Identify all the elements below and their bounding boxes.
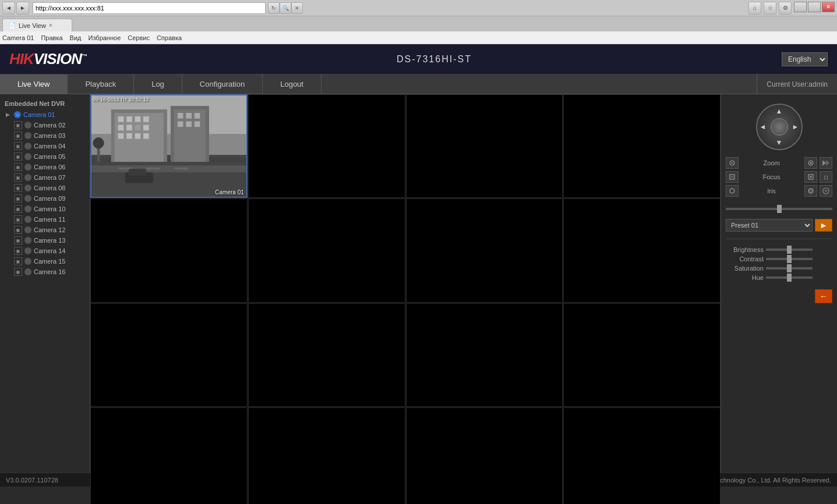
svg-marker-77	[826, 160, 829, 166]
video-cell-11[interactable]	[406, 303, 563, 407]
ptz-right-arrow[interactable]: ►	[792, 123, 799, 131]
sidebar-item-camera02[interactable]: ▣ Camera 02	[0, 120, 90, 130]
menu-favorites[interactable]: Избранное	[89, 34, 121, 41]
sidebar-item-camera14[interactable]: ▣ Camera 14	[0, 246, 90, 256]
cam-icon-08	[24, 184, 31, 191]
nav-configuration[interactable]: Configuration	[182, 74, 263, 94]
svg-rect-14	[135, 133, 141, 139]
tools-button[interactable]: ⚙	[779, 2, 792, 15]
sidebar-item-camera08[interactable]: ▣ Camera 08	[0, 183, 90, 193]
forward-button[interactable]: ►	[16, 2, 29, 15]
rec-icon-15: ▣	[14, 257, 22, 265]
sidebar-item-camera16[interactable]: ▣ Camera 16	[0, 267, 90, 277]
video-cell-04[interactable]	[563, 94, 721, 198]
ptz-up-arrow[interactable]: ▲	[776, 107, 783, 115]
video-cell-09[interactable]	[90, 303, 248, 407]
nav-logout[interactable]: Logout	[263, 74, 322, 94]
ptz-down-arrow[interactable]: ▼	[776, 139, 783, 147]
nav-liveview[interactable]: Live View	[0, 74, 68, 94]
video-cell-14[interactable]	[248, 407, 405, 504]
brightness-slider[interactable]	[766, 249, 813, 251]
ptz-joystick-inner[interactable]	[771, 118, 788, 136]
camera13-label: Camera 13	[34, 237, 65, 244]
video-cell-12[interactable]	[563, 303, 721, 407]
ptz-focus-plus-button[interactable]	[804, 171, 817, 183]
browser-tab[interactable]: 📄 Live View ×	[2, 19, 72, 31]
video-cell-03[interactable]	[406, 94, 563, 198]
language-select[interactable]: English 中文 Deutsch	[782, 52, 828, 66]
ptz-zoom-label: Zoom	[741, 159, 802, 166]
sidebar-item-camera11[interactable]: ▣ Camera 11	[0, 214, 90, 225]
sidebar-item-camera15[interactable]: ▣ Camera 15	[0, 256, 90, 267]
tab-close-icon[interactable]: ×	[49, 22, 52, 29]
sidebar: Embedded Net DVR ▶ ● Camera 01 ▣ Camera …	[0, 94, 90, 473]
camera02-label: Camera 02	[34, 122, 65, 129]
hue-row: Hue	[726, 274, 832, 281]
menu-service[interactable]: Сервис	[128, 34, 150, 41]
svg-rect-21	[178, 121, 183, 127]
window-minimize[interactable]: ─	[794, 2, 807, 12]
nav-log-label: Log	[151, 80, 164, 88]
nav-playback[interactable]: Playback	[68, 74, 134, 94]
browser-tabbar: 📄 Live View ×	[0, 16, 837, 31]
expand-icon-07	[3, 173, 12, 182]
sidebar-item-camera06[interactable]: ▣ Camera 06	[0, 162, 90, 172]
cam-icon-05	[24, 153, 31, 160]
preset-select[interactable]: Preset 01 Preset 02 Preset 03 Preset 04 …	[726, 219, 813, 232]
app-header: HIKVISION™ DS-7316HI-ST English 中文 Deuts…	[0, 44, 837, 74]
cam-icon-13	[24, 237, 31, 244]
sidebar-item-camera10[interactable]: ▣ Camera 10	[0, 204, 90, 214]
nav-log[interactable]: Log	[134, 74, 182, 94]
hue-slider[interactable]	[766, 276, 813, 279]
stop-button[interactable]: ✕	[291, 2, 303, 14]
address-bar[interactable]	[33, 2, 266, 14]
menu-help[interactable]: Справка	[157, 34, 182, 41]
ptz-iris-minus-button[interactable]	[726, 185, 739, 197]
menu-view[interactable]: Вид	[70, 34, 82, 41]
sidebar-item-camera09[interactable]: ▣ Camera 09	[0, 193, 90, 204]
video-cell-16[interactable]	[563, 407, 721, 504]
preset-go-button[interactable]: ►	[815, 219, 832, 232]
sidebar-item-camera07[interactable]: ▣ Camera 07	[0, 172, 90, 183]
star-button[interactable]: ☆	[764, 2, 776, 15]
ptz-iris-plus-button[interactable]	[804, 185, 817, 197]
ptz-left-arrow[interactable]: ◄	[760, 123, 767, 131]
video-cell-13[interactable]	[90, 407, 248, 504]
svg-rect-6	[135, 116, 141, 122]
video-cell-02[interactable]	[248, 94, 405, 198]
video-cell-06[interactable]	[248, 198, 405, 302]
ptz-joystick[interactable]: ▲ ▼ ◄ ►	[756, 104, 803, 150]
back-button[interactable]: ◄	[2, 2, 15, 15]
sidebar-item-camera03[interactable]: ▣ Camera 03	[0, 130, 90, 141]
home-button[interactable]: ⌂	[748, 2, 761, 15]
rec-icon-07: ▣	[14, 173, 22, 182]
video-cell-07[interactable]	[406, 198, 563, 302]
menu-edit[interactable]: Правка	[41, 34, 62, 41]
window-close[interactable]: ✕	[822, 2, 835, 12]
rec-icon-03: ▣	[14, 132, 22, 140]
ptz-focus-minus-button[interactable]	[726, 171, 739, 183]
ptz-zoom-plus-button[interactable]	[804, 157, 817, 169]
menu-file[interactable]: Camera 01	[2, 34, 34, 41]
video-cell-10[interactable]	[248, 303, 405, 407]
refresh-button[interactable]: ↻	[268, 2, 280, 14]
window-maximize[interactable]: □	[808, 2, 821, 12]
contrast-slider[interactable]	[766, 258, 813, 260]
contrast-label: Contrast	[726, 255, 764, 262]
sidebar-item-camera01[interactable]: ▶ ● Camera 01	[0, 109, 90, 120]
sidebar-item-camera04[interactable]: ▣ Camera 04	[0, 141, 90, 151]
sidebar-item-camera12[interactable]: ▣ Camera 12	[0, 225, 90, 235]
ptz-slider[interactable]	[726, 208, 832, 210]
expand-icon-09	[3, 194, 12, 203]
video-cell-15[interactable]	[406, 407, 563, 504]
image-reset-button[interactable]: ←	[815, 289, 832, 303]
hue-label: Hue	[726, 274, 764, 281]
video-cell-05[interactable]	[90, 198, 248, 302]
saturation-slider[interactable]	[766, 267, 813, 269]
sidebar-item-camera13[interactable]: ▣ Camera 13	[0, 235, 90, 246]
video-cell-01[interactable]: 09-16-2012 Пт 10:52:12 Camera 01	[90, 94, 248, 198]
video-cell-08[interactable]	[563, 198, 721, 302]
svg-rect-10	[135, 125, 141, 130]
sidebar-item-camera05[interactable]: ▣ Camera 05	[0, 151, 90, 162]
ptz-zoom-minus-button[interactable]	[726, 157, 739, 169]
